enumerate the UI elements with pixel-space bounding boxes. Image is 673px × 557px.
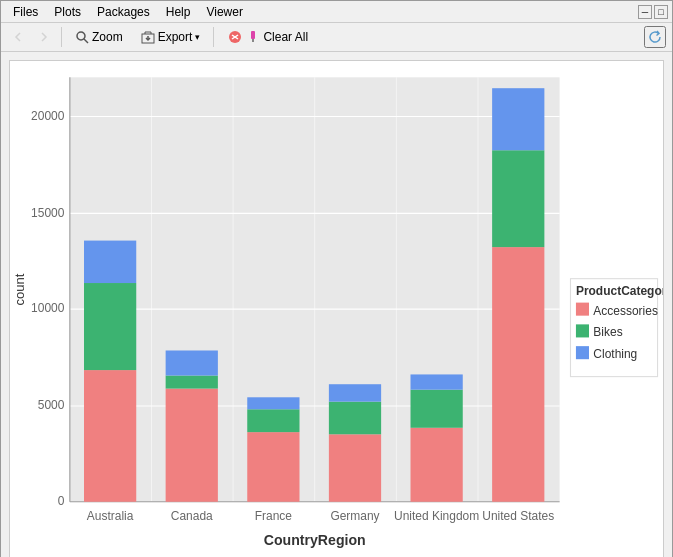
plot-container: 0 5000 10000 15000 20000 count — [9, 60, 664, 557]
clear-all-button[interactable]: Clear All — [220, 27, 315, 47]
svg-point-0 — [77, 32, 85, 40]
xlabel-germany: Germany — [330, 509, 379, 523]
separator-1 — [61, 27, 62, 47]
back-icon — [13, 32, 23, 42]
forward-icon — [39, 32, 49, 42]
maximize-button[interactable]: □ — [654, 5, 668, 19]
legend-title: ProductCategory — [576, 284, 663, 298]
bar-france-bikes — [247, 409, 299, 432]
zoom-button[interactable]: Zoom — [68, 27, 130, 47]
xlabel-canada: Canada — [171, 509, 213, 523]
minimize-button[interactable]: ─ — [638, 5, 652, 19]
toolbar: Zoom Export ▾ Clear — [1, 23, 672, 52]
ylabel-0: 0 — [58, 494, 65, 508]
export-icon — [141, 30, 155, 44]
bar-germany-bikes — [329, 402, 381, 435]
bar-australia-clothing — [84, 241, 136, 283]
legend-clothing-label: Clothing — [593, 347, 637, 361]
bar-canada-accessories — [166, 389, 218, 502]
bar-canada-bikes — [166, 376, 218, 389]
bar-uk-bikes — [411, 390, 463, 428]
svg-line-1 — [84, 39, 88, 43]
back-button[interactable] — [7, 26, 29, 48]
ylabel-5000: 5000 — [38, 398, 65, 412]
menu-help[interactable]: Help — [158, 3, 199, 21]
menu-plots[interactable]: Plots — [46, 3, 89, 21]
menu-packages[interactable]: Packages — [89, 3, 158, 21]
bar-france-clothing — [247, 397, 299, 409]
export-dropdown-icon: ▾ — [195, 32, 200, 42]
chart-svg: 0 5000 10000 15000 20000 count — [10, 61, 663, 557]
bar-france-accessories — [247, 432, 299, 502]
refresh-button[interactable] — [644, 26, 666, 48]
separator-2 — [213, 27, 214, 47]
export-label: Export — [158, 30, 193, 44]
bar-australia-accessories — [84, 370, 136, 502]
yaxis-title: count — [12, 273, 27, 305]
svg-rect-8 — [252, 39, 254, 42]
legend-accessories-swatch — [576, 303, 589, 316]
bar-uk-clothing — [411, 374, 463, 389]
bar-us-clothing — [492, 88, 544, 150]
bar-us-accessories — [492, 247, 544, 502]
bar-us-bikes — [492, 150, 544, 247]
legend-bikes-swatch — [576, 324, 589, 337]
clear-all-label: Clear All — [263, 30, 308, 44]
export-button[interactable]: Export ▾ — [134, 27, 208, 47]
plot-area: 0 5000 10000 15000 20000 count — [1, 52, 672, 557]
bar-germany-clothing — [329, 384, 381, 401]
menu-files[interactable]: Files — [5, 3, 46, 21]
ylabel-20000: 20000 — [31, 109, 65, 123]
brush-icon — [246, 30, 260, 44]
bar-australia-bikes — [84, 283, 136, 370]
clear-icon — [227, 30, 243, 44]
xlabel-uk: United Kingdom — [394, 509, 479, 523]
ylabel-15000: 15000 — [31, 206, 65, 220]
forward-button[interactable] — [33, 26, 55, 48]
legend-clothing-swatch — [576, 346, 589, 359]
zoom-label: Zoom — [92, 30, 123, 44]
menu-bar: Files Plots Packages Help Viewer ─ □ — [1, 1, 672, 23]
bar-uk-accessories — [411, 428, 463, 502]
bar-germany-accessories — [329, 434, 381, 501]
svg-rect-7 — [251, 31, 255, 39]
bar-canada-clothing — [166, 350, 218, 375]
refresh-icon — [647, 29, 663, 45]
xaxis-title: CountryRegion — [264, 532, 366, 548]
legend-bikes-label: Bikes — [593, 325, 622, 339]
menu-viewer[interactable]: Viewer — [198, 3, 250, 21]
xlabel-australia: Australia — [87, 509, 134, 523]
xlabel-france: France — [255, 509, 293, 523]
xlabel-us: United States — [482, 509, 554, 523]
ylabel-10000: 10000 — [31, 301, 65, 315]
legend-accessories-label: Accessories — [593, 304, 658, 318]
app-window: Files Plots Packages Help Viewer ─ □ — [0, 0, 673, 557]
zoom-icon — [75, 30, 89, 44]
